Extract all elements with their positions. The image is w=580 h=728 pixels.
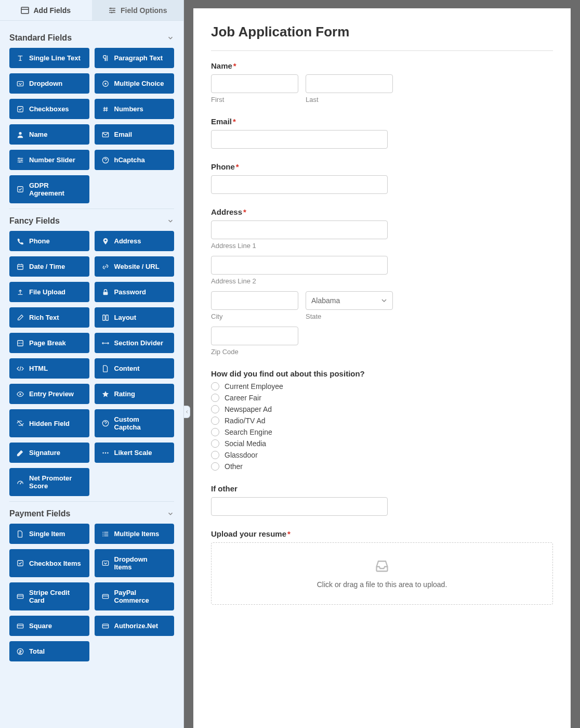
radio-option[interactable]: Glassdoor	[211, 451, 553, 459]
field-multiple-choice-button[interactable]: Multiple Choice	[95, 73, 175, 94]
lock-icon	[102, 289, 109, 296]
section-payment-fields[interactable]: Payment Fields	[9, 501, 174, 524]
field-html-button[interactable]: HTML	[9, 358, 89, 379]
field-custom-captcha-button[interactable]: Custom Captcha	[95, 409, 175, 437]
field-paypal-commerce-button[interactable]: PayPal Commerce	[95, 582, 175, 610]
radio-option[interactable]: Search Engine	[211, 428, 553, 436]
radio-icon	[102, 80, 109, 87]
field-content-button[interactable]: Content	[95, 358, 175, 379]
field-name[interactable]: Name* First Last	[211, 61, 553, 103]
field-email[interactable]: Email*	[211, 117, 553, 149]
field-dropdown-button[interactable]: Dropdown	[9, 73, 89, 94]
field-button-label: Password	[114, 288, 146, 296]
field-button-label: Entry Preview	[29, 390, 74, 398]
field-checkbox-items-button[interactable]: Checkbox Items	[9, 549, 89, 577]
field-rating-button[interactable]: Rating	[95, 384, 175, 404]
field-stripe-credit-card-button[interactable]: Stripe Credit Card	[9, 582, 89, 610]
field-button-label: Address	[114, 237, 141, 245]
chevron-down-icon	[167, 217, 174, 225]
field-address[interactable]: Address* Address Line 1 Address Line 2 C…	[211, 207, 553, 356]
field-gdpr-agreement-button[interactable]: GDPR Agreement	[9, 175, 89, 203]
field-button-label: Layout	[114, 314, 137, 321]
field-phone-button[interactable]: Phone	[9, 231, 89, 251]
money-icon	[17, 648, 24, 655]
field-address-button[interactable]: Address	[95, 231, 175, 251]
text-icon	[17, 55, 24, 62]
eyeoff-icon	[17, 420, 24, 427]
radio-circle-icon	[211, 405, 219, 413]
divider-icon	[102, 340, 109, 347]
radio-label: Other	[225, 462, 243, 471]
field-likert-scale-button[interactable]: Likert Scale	[95, 443, 175, 463]
radio-option[interactable]: Radio/TV Ad	[211, 417, 553, 425]
field-hidden-field-button[interactable]: Hidden Field	[9, 409, 89, 437]
section-fancy-fields[interactable]: Fancy Fields	[9, 209, 174, 231]
field-website-url-button[interactable]: Website / URL	[95, 256, 175, 277]
field-page-break-button[interactable]: Page Break	[9, 333, 89, 353]
input-first-name[interactable]	[211, 74, 298, 93]
input-address-line2[interactable]	[211, 256, 388, 275]
field-checkboxes-button[interactable]: Checkboxes	[9, 99, 89, 119]
field-if-other[interactable]: If other	[211, 484, 553, 516]
radio-option[interactable]: Newspaper Ad	[211, 405, 553, 413]
field-number-slider-button[interactable]: Number Slider	[9, 150, 89, 170]
field-single-line-text-button[interactable]: Single Line Text	[9, 48, 89, 68]
field-source[interactable]: How did you find out about this position…	[211, 369, 553, 471]
dots-icon	[102, 449, 109, 457]
field-multiple-items-button[interactable]: Multiple Items	[95, 524, 175, 544]
radio-option[interactable]: Career Fair	[211, 394, 553, 402]
input-last-name[interactable]	[306, 74, 393, 93]
field-button-label: Section Divider	[114, 339, 164, 347]
field-signature-button[interactable]: Signature	[9, 443, 89, 463]
field-entry-preview-button[interactable]: Entry Preview	[9, 384, 89, 404]
sublabel-address-line2: Address Line 2	[211, 277, 388, 285]
form-canvas: Job Application Form Name* First Last Em…	[193, 8, 571, 728]
field-date-time-button[interactable]: Date / Time	[9, 256, 89, 277]
field-dropdown-items-button[interactable]: Dropdown Items	[95, 549, 175, 577]
input-zip[interactable]	[211, 327, 298, 345]
field-authorize-net-button[interactable]: Authorize.Net	[95, 616, 175, 636]
field-button-label: Hidden Field	[29, 420, 70, 427]
field-section-divider-button[interactable]: Section Divider	[95, 333, 175, 353]
collapse-sidebar-handle[interactable]	[184, 406, 190, 418]
section-standard-fields[interactable]: Standard Fields	[9, 26, 174, 48]
field-button-label: Dropdown Items	[114, 555, 167, 571]
field-square-button[interactable]: Square	[9, 616, 89, 636]
field-resume[interactable]: Upload your resume* Click or drag a file…	[211, 529, 553, 605]
field-layout-button[interactable]: Layout	[95, 307, 175, 328]
field-single-item-button[interactable]: Single Item	[9, 524, 89, 544]
card-icon	[17, 622, 24, 630]
field-numbers-button[interactable]: Numbers	[95, 99, 175, 119]
sublabel-last: Last	[306, 96, 393, 103]
input-phone[interactable]	[211, 175, 388, 194]
user-icon	[17, 131, 24, 138]
radio-option[interactable]: Current Employee	[211, 382, 553, 391]
field-button-label: Website / URL	[114, 263, 160, 270]
section-title: Standard Fields	[9, 33, 72, 43]
input-email[interactable]	[211, 130, 388, 149]
help-icon	[102, 420, 109, 427]
select-state[interactable]: Alabama	[306, 291, 393, 310]
input-if-other[interactable]	[211, 497, 388, 516]
field-paragraph-text-button[interactable]: Paragraph Text	[95, 48, 175, 68]
field-net-promoter-score-button[interactable]: Net Promoter Score	[9, 468, 89, 496]
radio-circle-icon	[211, 394, 219, 402]
field-button-label: Phone	[29, 237, 50, 245]
radio-option[interactable]: Social Media	[211, 439, 553, 448]
tab-field-options[interactable]: Field Options	[92, 0, 184, 20]
input-city[interactable]	[211, 291, 298, 310]
field-rich-text-button[interactable]: Rich Text	[9, 307, 89, 328]
field-hcaptcha-button[interactable]: hCaptcha	[95, 150, 175, 170]
field-password-button[interactable]: Password	[95, 282, 175, 302]
field-file-upload-button[interactable]: File Upload	[9, 282, 89, 302]
input-address-line1[interactable]	[211, 220, 388, 239]
field-name-button[interactable]: Name	[9, 124, 89, 145]
field-total-button[interactable]: Total	[9, 641, 89, 661]
field-sections: Standard Fields Single Line TextParagrap…	[0, 21, 183, 677]
field-phone[interactable]: Phone*	[211, 162, 553, 194]
resume-upload-box[interactable]: Click or drag a file to this area to upl…	[211, 542, 553, 605]
radio-option[interactable]: Other	[211, 462, 553, 471]
tab-add-fields[interactable]: Add Fields	[0, 0, 92, 20]
section-title: Payment Fields	[9, 509, 70, 518]
field-email-button[interactable]: Email	[95, 124, 175, 145]
